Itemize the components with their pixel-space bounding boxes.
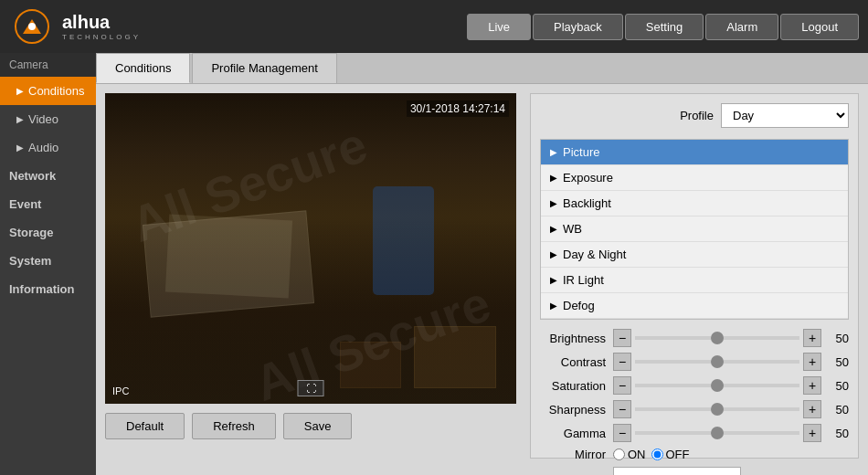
logo-icon — [9, 8, 55, 45]
acc-ir-light: ▶ IR Light — [541, 268, 848, 293]
contrast-label: Contrast — [540, 355, 613, 369]
acc-defog-header[interactable]: ▶ Defog — [541, 293, 848, 318]
video-label: IPC — [112, 385, 129, 396]
acc-defog: ▶ Defog — [541, 293, 848, 319]
gamma-plus[interactable]: + — [803, 424, 821, 442]
save-button[interactable]: Save — [283, 413, 353, 439]
refresh-button[interactable]: Refresh — [192, 413, 276, 439]
video-container: All Secure All Secure 30/1-2018 14:27:14… — [105, 93, 516, 404]
acc-day-night: ▶ Day & Night — [541, 242, 848, 268]
tab-profile-management[interactable]: Profile Management — [192, 53, 336, 83]
saturation-plus[interactable]: + — [803, 376, 821, 395]
default-button[interactable]: Default — [105, 413, 185, 439]
mirror-off-option[interactable]: OFF — [651, 448, 690, 461]
brightness-slider[interactable] — [635, 336, 799, 340]
acc-backlight-header[interactable]: ▶ Backlight — [541, 191, 848, 216]
saturation-row: Saturation − + 50 — [540, 376, 849, 395]
nav-setting[interactable]: Setting — [625, 14, 704, 40]
mirror-row: Mirror ON OFF — [540, 448, 849, 461]
sidebar-item-event[interactable]: Event — [0, 190, 96, 218]
mirror-radio-group: ON OFF — [613, 448, 690, 461]
sharpness-minus[interactable]: − — [613, 400, 631, 418]
sidebar-item-video[interactable]: ▶ Video — [0, 105, 96, 133]
gamma-value: 50 — [821, 427, 849, 440]
saturation-minus[interactable]: − — [613, 376, 631, 395]
tabs: Conditions Profile Management — [96, 53, 868, 84]
gamma-slider[interactable] — [635, 431, 799, 435]
video-scene: All Secure All Secure — [105, 93, 516, 404]
accordion: ▶ Picture ▶ Exposure ▶ Backlight — [540, 139, 849, 320]
acc-backlight: ▶ Backlight — [541, 191, 848, 216]
video-area: All Secure All Secure 30/1-2018 14:27:14… — [105, 93, 521, 459]
contrast-row: Contrast − + 50 — [540, 353, 849, 371]
video-expand-button[interactable]: ⛶ — [298, 380, 324, 396]
video-timestamp: 30/1-2018 14:27:14 — [407, 100, 509, 117]
sidebar-item-network[interactable]: Network — [0, 162, 96, 190]
acc-picture-header[interactable]: ▶ Picture — [541, 140, 848, 164]
nav-live[interactable]: Live — [467, 14, 531, 40]
svg-point-1 — [28, 23, 36, 30]
mirror-on-option[interactable]: ON — [613, 448, 646, 461]
sidebar-item-system[interactable]: System — [0, 247, 96, 275]
gamma-row: Gamma − + 50 — [540, 424, 849, 442]
logo-sub: TECHNOLOGY — [62, 33, 141, 41]
settings-panel: Profile Day Night Normal ▶ Picture — [530, 93, 859, 459]
sidebar-item-conditions[interactable]: ▶ Conditions — [0, 77, 96, 105]
acc-wb: ▶ WB — [541, 216, 848, 242]
header: alhua TECHNOLOGY Live Playback Setting A… — [0, 0, 868, 53]
gamma-label: Gamma — [540, 427, 613, 440]
saturation-label: Saturation — [540, 379, 613, 393]
contrast-minus[interactable]: − — [613, 353, 631, 371]
sliders-section: Brightness − + 50 Contrast − + 50 — [540, 329, 849, 475]
nav-alarm[interactable]: Alarm — [705, 14, 778, 40]
contrast-slider[interactable] — [635, 360, 799, 364]
sidebar-item-information[interactable]: Information — [0, 275, 96, 303]
sharpness-label: Sharpness — [540, 403, 613, 417]
sharpness-plus[interactable]: + — [803, 400, 821, 418]
saturation-value: 50 — [821, 379, 849, 393]
nav: Live Playback Setting Alarm Logout — [467, 14, 859, 40]
flip-row: Flip 0° 90° 180° 270° — [540, 467, 849, 475]
acc-day-night-header[interactable]: ▶ Day & Night — [541, 242, 848, 267]
sidebar: Camera ▶ Conditions ▶ Video ▶ Audio Netw… — [0, 53, 96, 475]
sidebar-item-storage[interactable]: Storage — [0, 218, 96, 247]
brightness-plus[interactable]: + — [803, 329, 821, 347]
tab-conditions[interactable]: Conditions — [96, 53, 190, 83]
main: Camera ▶ Conditions ▶ Video ▶ Audio Netw… — [0, 53, 868, 475]
acc-exposure-header[interactable]: ▶ Exposure — [541, 165, 848, 190]
profile-select[interactable]: Day Night Normal — [721, 103, 849, 128]
inner-content: All Secure All Secure 30/1-2018 14:27:14… — [96, 84, 868, 468]
contrast-value: 50 — [821, 355, 849, 369]
video-controls: Default Refresh Save — [105, 413, 521, 439]
logo-text: alhua — [62, 12, 110, 32]
profile-row: Profile Day Night Normal — [540, 103, 849, 128]
acc-wb-header[interactable]: ▶ WB — [541, 216, 848, 241]
brightness-minus[interactable]: − — [613, 329, 631, 347]
mirror-label: Mirror — [540, 448, 613, 461]
profile-label: Profile — [680, 109, 714, 122]
brightness-row: Brightness − + 50 — [540, 329, 849, 347]
logo: alhua TECHNOLOGY — [9, 8, 141, 45]
acc-picture: ▶ Picture — [541, 140, 848, 165]
flip-select[interactable]: 0° 90° 180° 270° — [613, 467, 741, 475]
gamma-minus[interactable]: − — [613, 424, 631, 442]
acc-exposure: ▶ Exposure — [541, 165, 848, 191]
acc-ir-light-header[interactable]: ▶ IR Light — [541, 268, 848, 292]
sharpness-slider[interactable] — [635, 407, 799, 411]
sharpness-row: Sharpness − + 50 — [540, 400, 849, 418]
mirror-off-radio[interactable] — [651, 449, 663, 460]
brightness-label: Brightness — [540, 332, 613, 345]
contrast-plus[interactable]: + — [803, 353, 821, 371]
brightness-value: 50 — [821, 332, 849, 345]
nav-logout[interactable]: Logout — [780, 14, 859, 40]
saturation-slider[interactable] — [635, 384, 799, 387]
mirror-on-radio[interactable] — [613, 449, 625, 460]
sharpness-value: 50 — [821, 403, 849, 417]
nav-playback[interactable]: Playback — [533, 14, 623, 40]
sidebar-item-audio[interactable]: ▶ Audio — [0, 133, 96, 162]
sidebar-section-camera: Camera — [0, 53, 96, 77]
content: Conditions Profile Management — [96, 53, 868, 475]
